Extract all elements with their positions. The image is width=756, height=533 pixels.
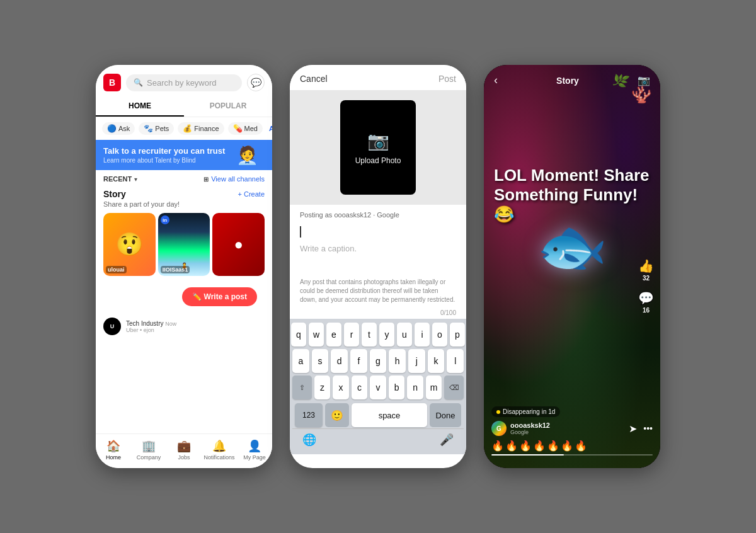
cat-pets-label: Pets [155, 125, 169, 132]
key-r[interactable]: r [344, 323, 359, 347]
story-user-row: G oooasksk12 Google ➤ ••• [491, 421, 653, 436]
story-user-avatar: G [491, 421, 507, 436]
cat-all[interactable]: All [266, 123, 272, 134]
upload-photo-box[interactable]: 📷 Upload Photo [340, 100, 416, 195]
cat-med[interactable]: 💊 Med [228, 122, 263, 135]
disappearing-dot [496, 410, 500, 414]
p1-recent-row: RECENT ▾ ⊞ View all channels [96, 170, 272, 185]
p1-logo-icon: B [103, 74, 121, 91]
key-m[interactable]: m [426, 375, 442, 399]
cat-pets[interactable]: 🐾 Pets [139, 122, 174, 135]
key-emoji[interactable]: 🙂 [325, 403, 349, 427]
screens-container: B 🔍 Search by keyword 💬 HOME POPULAR 🔵 A… [83, 40, 673, 493]
view-all-channels[interactable]: ⊞ View all channels [203, 175, 265, 183]
post-button[interactable]: Post [438, 74, 456, 84]
phone-3: 🪸 🌿 🐟 ‹ Story 📷 LOL Moment! Share Someth… [484, 65, 660, 468]
key-space[interactable]: space [352, 403, 427, 427]
key-h[interactable]: h [389, 349, 406, 373]
med-icon: 💊 [233, 124, 243, 133]
story-image-2[interactable]: 🧍 in IIOISaas1 [158, 213, 210, 276]
more-options-icon[interactable]: ••• [643, 423, 653, 433]
key-b[interactable]: b [389, 375, 405, 399]
story-create-btn[interactable]: + Create [238, 190, 265, 198]
key-u[interactable]: u [397, 323, 412, 347]
comment-action[interactable]: 💬 16 [638, 290, 654, 314]
p3-header: ‹ Story 📷 [484, 65, 660, 96]
chat-icon[interactable]: 💬 [247, 74, 265, 91]
key-k[interactable]: k [428, 349, 445, 373]
like-action[interactable]: 👍 32 [638, 258, 654, 282]
back-button[interactable]: ‹ [494, 74, 498, 87]
key-y[interactable]: y [379, 323, 394, 347]
story-user-2: IIOISaas1 [161, 266, 190, 273]
key-f[interactable]: f [350, 349, 367, 373]
nav-notifications[interactable]: 🔔 Notifications [202, 439, 237, 461]
key-s[interactable]: s [312, 349, 329, 373]
emoji-face-icon: 😲 [115, 231, 144, 258]
p1-categories: 🔵 Ask 🐾 Pets 💰 Finance 💊 Med All [96, 117, 272, 140]
caption-area[interactable]: Write a caption. [290, 239, 466, 277]
key-v[interactable]: v [370, 375, 386, 399]
key-done[interactable]: Done [430, 403, 461, 427]
key-l[interactable]: l [447, 349, 464, 373]
p1-banner[interactable]: Talk to a recruiter you can trust Learn … [96, 140, 272, 170]
tab-popular[interactable]: POPULAR [184, 96, 272, 117]
nav-company[interactable]: 🏢 Company [131, 439, 166, 461]
key-t[interactable]: t [362, 323, 377, 347]
jobs-nav-icon: 💼 [177, 439, 191, 453]
key-numbers[interactable]: 123 [295, 403, 323, 427]
tab-home[interactable]: HOME [96, 96, 184, 117]
key-e[interactable]: e [326, 323, 341, 347]
p1-post-row: U Tech Industry Now Uber • ejon [96, 312, 272, 340]
send-icon[interactable]: ➤ [629, 423, 637, 435]
key-g[interactable]: g [370, 349, 387, 373]
p1-tabs: HOME POPULAR [96, 96, 272, 117]
write-post-button[interactable]: ✏️ Write a post [182, 287, 257, 306]
flame-4: 🔥 [533, 440, 546, 452]
story-image-3[interactable]: ● [212, 213, 265, 276]
post-time: Now [165, 321, 176, 327]
cancel-button[interactable]: Cancel [300, 74, 328, 84]
linkedin-badge: in [161, 215, 169, 224]
keyboard-bottom-row: 123 🙂 space Done [292, 402, 464, 428]
key-i[interactable]: i [415, 323, 430, 347]
story-images: 😲 ulouai 🧍 in IIOISaas1 ● [103, 213, 265, 276]
key-q[interactable]: q [291, 323, 306, 347]
write-post-label: Write a post [204, 292, 247, 301]
camera-icon[interactable]: 📷 [638, 74, 650, 86]
post-info: Tech Industry Now Uber • ejon [126, 320, 176, 333]
key-n[interactable]: n [407, 375, 423, 399]
nav-home[interactable]: 🏠 Home [96, 439, 131, 461]
key-z[interactable]: z [314, 375, 331, 399]
flame-6: 🔥 [561, 440, 573, 452]
banner-figure: 🧑‍💼 [222, 140, 272, 170]
globe-icon[interactable]: 🌐 [302, 433, 316, 447]
cat-finance[interactable]: 💰 Finance [178, 122, 224, 135]
story-subtitle: Share a part of your day! [103, 200, 265, 208]
disappearing-text: Disappearing in 1d [503, 408, 555, 415]
key-c[interactable]: c [352, 375, 368, 399]
key-a[interactable]: a [292, 349, 309, 373]
microphone-icon[interactable]: 🎤 [440, 433, 454, 447]
nav-jobs[interactable]: 💼 Jobs [166, 439, 202, 461]
nav-my-page[interactable]: 👤 My Page [237, 439, 272, 461]
key-shift[interactable]: ⇧ [292, 375, 312, 399]
key-backspace[interactable]: ⌫ [444, 375, 464, 399]
key-x[interactable]: x [333, 375, 349, 399]
upload-photo-label: Upload Photo [355, 156, 401, 165]
keyboard-tools-row: 🌐 🎤 [292, 428, 464, 450]
story-page-title: Story [556, 76, 579, 86]
story-username: oooasksk12 [510, 421, 550, 429]
camera-upload-icon: 📷 [367, 130, 389, 151]
key-p[interactable]: p [450, 323, 465, 347]
key-o[interactable]: o [432, 323, 447, 347]
search-bar[interactable]: 🔍 Search by keyword [126, 74, 242, 91]
keyboard: q w e r t y u i o p a s d f g h j k l [290, 319, 466, 454]
key-w[interactable]: w [309, 323, 324, 347]
story-image-1[interactable]: 😲 ulouai [103, 213, 156, 276]
cat-ask[interactable]: 🔵 Ask [102, 122, 135, 135]
key-j[interactable]: j [408, 349, 425, 373]
warning-text: Any post that contains photographs taken… [290, 277, 466, 309]
key-d[interactable]: d [331, 349, 348, 373]
keyboard-row-1: q w e r t y u i o p [292, 323, 464, 347]
